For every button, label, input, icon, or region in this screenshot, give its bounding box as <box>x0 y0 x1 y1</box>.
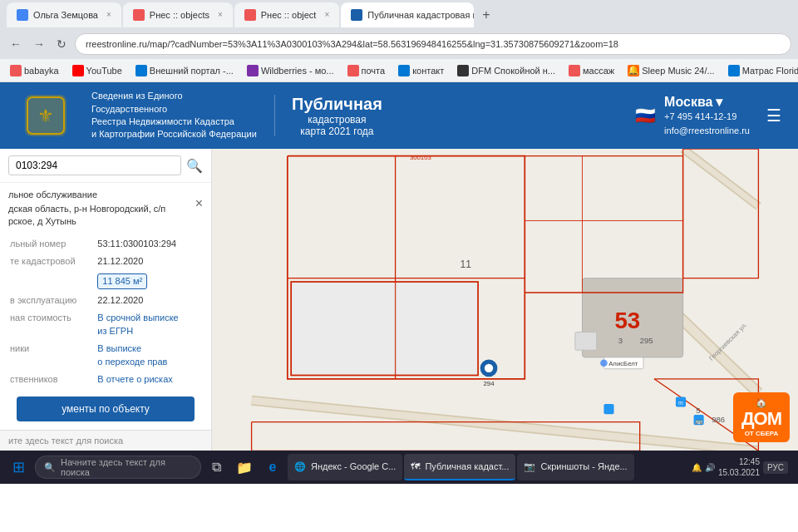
table-row: 11 845 м² <box>8 271 203 292</box>
info-panel: × льное обслуживание дская область, р-н … <box>0 190 211 451</box>
tab-close-olga[interactable]: × <box>106 10 111 19</box>
search-icon: 🔍 <box>44 462 56 473</box>
address-bar[interactable]: rreestronline.ru/map/?cadNumber=53%3A11%… <box>75 33 791 55</box>
site-name-sub1: кадастровая <box>292 114 382 126</box>
svg-text:11: 11 <box>460 259 471 270</box>
taskbar-app-yandex[interactable]: 🌐 Яндекс - Google C... <box>288 454 402 480</box>
tab-olga[interactable]: Ольга Земцова × <box>7 2 121 27</box>
documents-button-label: ументы по объекту <box>62 403 150 415</box>
field-label <box>8 271 96 292</box>
taskbar-app-screenshots-label: Скриншоты - Янде... <box>540 461 627 471</box>
site-title-line2: Реестра Недвижимости Кадастра <box>91 116 258 128</box>
bookmark-mail[interactable]: почта <box>344 63 389 78</box>
egrn-link[interactable]: В срочной выпискеиз ЕГРН <box>97 313 178 335</box>
forward-button[interactable]: → <box>30 34 48 54</box>
risks-link[interactable]: В отчете о рисках <box>97 374 173 384</box>
tab-favicon-rnec-object <box>244 9 256 21</box>
reload-button[interactable]: ↻ <box>53 34 70 54</box>
svg-text:🚌: 🚌 <box>695 416 703 425</box>
map-area[interactable]: Георгиевская ул. 53 АлисБелт <box>212 149 798 451</box>
tab-cadastr[interactable]: Публичная кадастровая карта ... × <box>341 2 474 27</box>
language-indicator[interactable]: РУС <box>763 461 788 474</box>
site-title-line3: и Картографии Российской Федерации <box>91 128 258 140</box>
back-button[interactable]: ← <box>7 34 25 54</box>
bookmark-massage[interactable]: массаж <box>565 63 618 78</box>
tab-close-rnec-object[interactable]: × <box>324 10 329 19</box>
bookmark-wildberries[interactable]: Wildberries - мо... <box>244 63 337 78</box>
folder-icon: 📁 <box>236 460 253 475</box>
field-value-area: 11 845 м² <box>96 271 203 292</box>
bookmark-contact[interactable]: контакт <box>395 63 447 78</box>
bookmark-mattress[interactable]: Матрас Florida 160... <box>725 63 798 78</box>
svg-text:m: m <box>678 400 683 406</box>
svg-text:5: 5 <box>696 406 700 415</box>
taskview-button[interactable]: ⧉ <box>203 454 229 480</box>
bookmark-favicon-babayka <box>10 65 22 76</box>
table-row: ная стоимость В срочной выпискеиз ЕГРН <box>8 309 203 340</box>
taskbar-search-placeholder: Начните здесь текст для поиска <box>61 457 192 477</box>
bookmark-portal[interactable]: Внешний портал -... <box>132 63 237 78</box>
search-input[interactable] <box>8 155 181 175</box>
taskbar-tray: 🔔 🔊 12:45 15.03.2021 РУС <box>685 456 795 478</box>
taskbar-app-cadastr[interactable]: 🗺 Публичная кадаст... <box>404 454 515 480</box>
site-logo: ⚜ <box>17 86 75 145</box>
tab-close-rnec-objects[interactable]: × <box>218 10 223 19</box>
svg-rect-18 <box>291 282 478 375</box>
svg-text:53: 53 <box>614 308 640 333</box>
svg-rect-12 <box>575 332 597 351</box>
tray-date: 15.03.2021 <box>718 467 760 478</box>
bookmarks-bar: babayka YouTube Внешний портал -... Wild… <box>0 59 798 82</box>
russia-flag-icon: 🇷🇺 <box>635 106 656 126</box>
tab-rnec-object[interactable]: Рнес :: object × <box>234 2 339 27</box>
documents-button[interactable]: ументы по объекту <box>17 397 195 421</box>
taskbar-search-box[interactable]: 🔍 Начните здесь текст для поиска <box>35 456 201 479</box>
dom-logo[interactable]: 🏠 ДОМ ОТ СБЕРА <box>733 392 790 442</box>
field-value-link[interactable]: В срочной выпискеиз ЕГРН <box>96 309 203 340</box>
city-name[interactable]: Москва ▾ <box>664 94 750 110</box>
search-button[interactable]: 🔍 <box>186 158 203 174</box>
svg-text:295: 295 <box>640 336 653 345</box>
bookmark-youtube[interactable]: YouTube <box>69 63 126 78</box>
dom-icon: 🏠 <box>756 397 767 408</box>
tab-rnec-objects[interactable]: Рнес :: objects × <box>123 2 233 27</box>
bookmark-sleep-music[interactable]: 🔔 Sleep Music 24/... <box>624 63 717 78</box>
svg-text:⚜: ⚜ <box>37 106 54 126</box>
table-row: ственников В отчете о рисках <box>8 371 203 388</box>
windows-logo-icon: ⊞ <box>12 458 25 476</box>
address-text: rreestronline.ru/map/?cadNumber=53%3A11%… <box>86 39 618 49</box>
hamburger-menu-button[interactable]: ☰ <box>766 106 781 126</box>
rights-link[interactable]: В выпискео переходе прав <box>97 343 167 366</box>
tab-label-cadastr: Публичная кадастровая карта ... <box>367 10 474 20</box>
edge-button[interactable]: e <box>259 454 286 480</box>
table-row: льный номер 53:11:0300103:294 <box>8 235 203 253</box>
bookmark-dfm[interactable]: DFM Спокойной н... <box>454 63 559 78</box>
tab-favicon-cadastr <box>351 9 362 21</box>
svg-text:АлисБелт: АлисБелт <box>608 360 638 367</box>
dom-subtext: ОТ СБЕРА <box>745 430 779 437</box>
site-contact-block: 🇷🇺 Москва ▾ +7 495 414-12-19 info@rreest… <box>635 94 781 137</box>
info-panel-close-button[interactable]: × <box>195 196 203 211</box>
site-name-main: Публичная <box>292 95 382 114</box>
area-badge: 11 845 м² <box>97 273 147 289</box>
new-tab-button[interactable]: + <box>475 4 496 26</box>
tab-favicon-rnec-objects <box>133 9 145 21</box>
cadastr-icon: 🗺 <box>411 461 420 471</box>
svg-text:986: 986 <box>712 415 725 424</box>
info-table: льный номер 53:11:0300103:294 те кадастр… <box>8 235 203 389</box>
logo-svg: ⚜ <box>21 91 71 140</box>
tray-time: 12:45 <box>718 456 760 467</box>
bookmark-babayka[interactable]: babayka <box>7 63 62 78</box>
phone-number: +7 495 414-12-19 <box>664 110 750 124</box>
site-title-block: Сведения из Единого Государственного Рее… <box>91 90 258 141</box>
svg-rect-34 <box>603 404 613 414</box>
object-type: льное обслуживание <box>8 190 203 200</box>
city-info: Москва ▾ +7 495 414-12-19 info@rreestron… <box>664 94 750 137</box>
file-explorer-button[interactable]: 📁 <box>231 454 258 480</box>
svg-point-15 <box>600 359 608 367</box>
field-value-link[interactable]: В отчете о рисках <box>96 371 203 388</box>
start-button[interactable]: ⊞ <box>3 452 33 482</box>
table-row: в эксплуатацию 22.12.2020 <box>8 292 203 309</box>
taskbar-app-screenshots[interactable]: 📷 Скриншоты - Янде... <box>517 454 633 480</box>
tab-favicon-olga <box>17 9 28 21</box>
field-value-link[interactable]: В выпискео переходе прав <box>96 340 203 371</box>
